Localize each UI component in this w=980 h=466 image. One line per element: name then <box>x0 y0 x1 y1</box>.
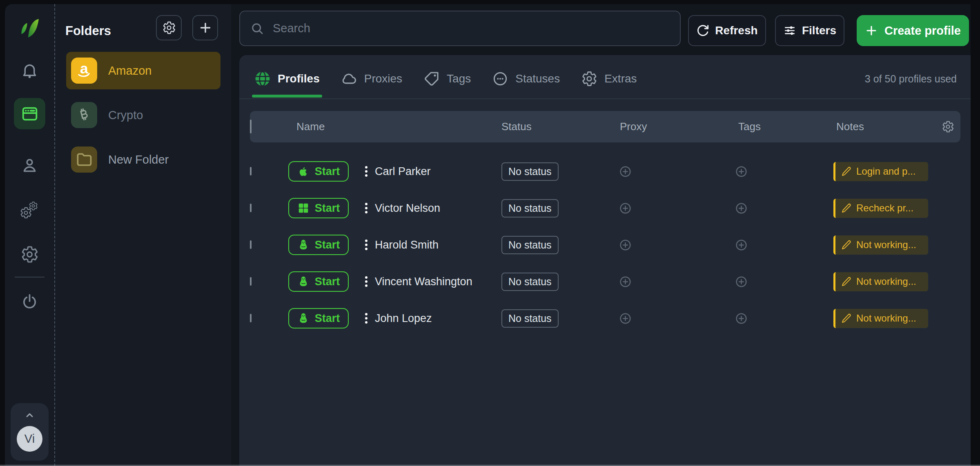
note-badge[interactable]: Recheck pr... <box>833 199 928 218</box>
status-badge[interactable]: No status <box>501 273 559 291</box>
folders-panel: Folders Amazon Crypto New Folder <box>54 4 231 466</box>
refresh-label: Refresh <box>715 24 757 37</box>
content-panel: Profiles Proxies Tags Statuses Extras <box>239 55 971 466</box>
note-text: Not working... <box>856 276 916 287</box>
note-badge[interactable]: Not working... <box>833 235 928 255</box>
tab-profiles[interactable]: Profiles <box>254 59 320 98</box>
user-icon[interactable] <box>20 156 39 175</box>
filters-button[interactable]: Filters <box>775 15 844 46</box>
add-tag-icon[interactable] <box>735 312 748 325</box>
row-menu-kebab-icon[interactable] <box>359 273 373 290</box>
status-badge[interactable]: No status <box>501 199 559 217</box>
folders-settings-button[interactable] <box>156 15 182 40</box>
add-folder-button[interactable] <box>192 15 218 40</box>
start-label: Start <box>315 275 340 288</box>
column-header-notes: Notes <box>829 120 935 133</box>
start-profile-button[interactable]: Start <box>288 235 349 255</box>
add-proxy-icon[interactable] <box>619 165 632 178</box>
status-badge[interactable]: No status <box>501 162 559 181</box>
start-label: Start <box>315 202 340 215</box>
row-checkbox[interactable] <box>250 314 252 322</box>
pencil-icon <box>841 166 852 177</box>
sidebar-item-profiles-active[interactable] <box>14 98 45 129</box>
start-label: Start <box>315 239 340 251</box>
folder-item-crypto[interactable]: Crypto <box>66 96 220 134</box>
avatar[interactable]: Vi <box>17 426 42 452</box>
add-tag-icon[interactable] <box>735 165 748 178</box>
create-profile-button[interactable]: Create profile <box>857 15 969 46</box>
refresh-icon <box>696 24 709 37</box>
start-profile-button[interactable]: Start <box>288 308 349 328</box>
tab-tags[interactable]: Tags <box>423 59 471 98</box>
pencil-icon <box>841 276 852 287</box>
select-all-checkbox[interactable] <box>250 120 252 133</box>
folder-item-amazon[interactable]: Amazon <box>66 52 220 89</box>
start-profile-button[interactable]: Start <box>288 161 349 182</box>
row-checkbox[interactable] <box>250 277 252 286</box>
start-profile-button[interactable]: Start <box>288 198 349 218</box>
app-window: Vi Folders Amazon Crypto New Folder <box>0 0 980 466</box>
note-text: Not working... <box>856 239 916 251</box>
add-proxy-icon[interactable] <box>619 202 632 215</box>
status-badge[interactable]: No status <box>501 236 559 254</box>
settings-gear-icon[interactable] <box>20 245 39 264</box>
row-checkbox[interactable] <box>250 167 252 175</box>
power-icon[interactable] <box>20 293 39 311</box>
plus-icon <box>198 21 212 35</box>
refresh-button[interactable]: Refresh <box>688 15 766 46</box>
start-profile-button[interactable]: Start <box>288 271 349 292</box>
row-menu-kebab-icon[interactable] <box>359 200 373 216</box>
folder-label: New Folder <box>108 153 169 166</box>
linux-icon <box>297 275 310 288</box>
table-row: Start Victor Nelson No status Recheck pr… <box>250 190 960 226</box>
add-proxy-icon[interactable] <box>619 312 632 325</box>
chevron-up-icon[interactable] <box>23 409 36 422</box>
search-bar[interactable] <box>239 11 681 46</box>
add-proxy-icon[interactable] <box>619 238 632 252</box>
status-badge[interactable]: No status <box>501 309 559 328</box>
folder-label: Crypto <box>108 109 143 122</box>
automation-gears-icon[interactable] <box>20 201 39 220</box>
note-badge[interactable]: Login and p... <box>833 162 928 181</box>
tab-label: Proxies <box>364 72 402 85</box>
tab-label: Extras <box>604 72 637 85</box>
folder-item-new-folder[interactable]: New Folder <box>66 141 220 178</box>
search-icon <box>250 21 265 36</box>
tab-proxies[interactable]: Proxies <box>341 59 402 98</box>
note-text: Recheck pr... <box>856 202 913 214</box>
table-settings-gear-icon[interactable] <box>942 120 954 133</box>
row-menu-kebab-icon[interactable] <box>359 237 373 253</box>
amazon-icon <box>71 58 97 84</box>
add-proxy-icon[interactable] <box>619 275 632 288</box>
table-body: Start Carl Parker No status Login and p.… <box>250 153 960 337</box>
browser-window-icon <box>20 104 39 123</box>
table-row: Start Carl Parker No status Login and p.… <box>250 153 960 190</box>
tab-statuses[interactable]: Statuses <box>492 59 560 98</box>
note-text: Not working... <box>856 313 916 324</box>
user-menu[interactable]: Vi <box>11 403 49 461</box>
bell-icon[interactable] <box>20 62 39 80</box>
add-tag-icon[interactable] <box>735 275 748 288</box>
tag-icon <box>423 71 440 87</box>
pencil-icon <box>841 203 852 214</box>
windows-icon <box>297 202 310 214</box>
sidebar-divider <box>15 277 45 277</box>
add-tag-icon[interactable] <box>735 238 748 252</box>
note-text: Login and p... <box>856 166 915 177</box>
tab-label: Statuses <box>515 72 560 85</box>
row-checkbox[interactable] <box>250 240 252 249</box>
note-badge[interactable]: Not working... <box>833 272 928 291</box>
profile-name: Vincent Washington <box>375 275 472 288</box>
search-input[interactable] <box>272 21 670 36</box>
row-checkbox[interactable] <box>250 204 252 212</box>
tab-extras[interactable]: Extras <box>581 59 637 98</box>
table-row: Start Harold Smith No status Not working… <box>250 226 960 263</box>
row-menu-kebab-icon[interactable] <box>359 163 373 180</box>
status-circle-icon <box>492 71 508 87</box>
add-tag-icon[interactable] <box>735 202 748 215</box>
row-menu-kebab-icon[interactable] <box>359 310 373 326</box>
tab-label: Tags <box>447 72 471 85</box>
gear-icon <box>162 21 176 35</box>
profile-name: Victor Nelson <box>375 202 440 215</box>
note-badge[interactable]: Not working... <box>833 309 928 328</box>
